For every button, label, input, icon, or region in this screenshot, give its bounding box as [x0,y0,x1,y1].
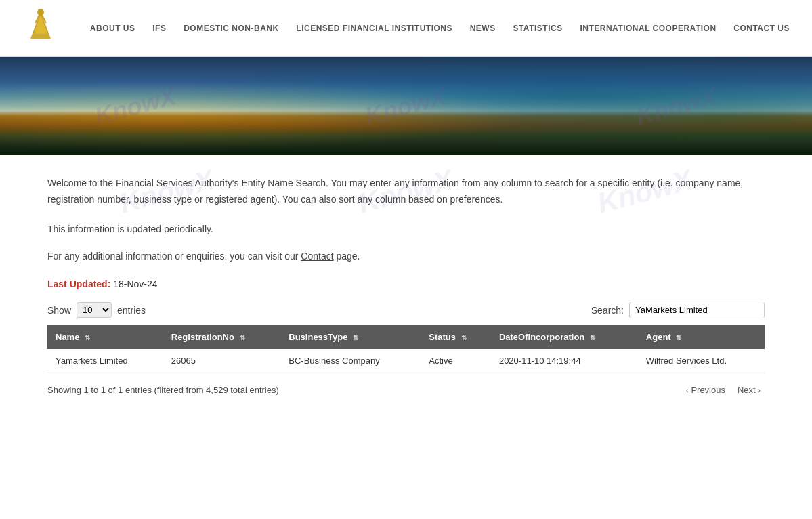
nav-ifs[interactable]: IFS [147,24,171,33]
col-agent[interactable]: Agent ⇅ [638,325,765,349]
sort-date-icon: ⇅ [590,334,595,341]
sort-status-icon: ⇅ [461,334,467,341]
entries-label: entries [117,305,146,316]
contact-paragraph: For any additional information or enquir… [47,251,765,262]
intro-paragraph-2: This information is updated periodically… [47,222,765,238]
sort-reg-icon: ⇅ [240,334,245,341]
table-row: Yamarkets Limited 26065 BC-Business Comp… [47,349,765,373]
last-updated-date: 18-Nov-24 [113,278,157,289]
last-updated-label: Last Updated: [47,278,110,289]
pagination-controls: ‹ Previous Next › [682,383,765,397]
nav-international-cooperation[interactable]: INTERNATIONAL COOPERATION [574,24,721,33]
show-label: Show [47,305,71,316]
navbar: ABOUT US IFS DOMESTIC NON-BANK LICENSED … [0,0,812,57]
contact-link[interactable]: Contact [301,251,333,262]
sort-bt-icon: ⇅ [353,334,358,341]
search-box: Search: [591,302,765,318]
next-button[interactable]: Next › [733,383,765,397]
cell-name: Yamarkets Limited [47,349,163,373]
nav-domestic-non-bank[interactable]: DOMESTIC NON-BANK [178,24,284,33]
contact-prefix: For any additional information or enquir… [47,251,301,262]
site-logo[interactable] [14,5,68,52]
prev-chevron-icon: ‹ [686,386,689,394]
previous-button[interactable]: ‹ Previous [682,383,729,397]
sort-agent-icon: ⇅ [676,334,681,341]
cell-status: Active [421,349,491,373]
table-controls: Show 10 25 50 100 entries Search: [47,302,765,318]
show-entries-control: Show 10 25 50 100 entries [47,302,146,318]
table-footer: Showing 1 to 1 of 1 entries (filtered fr… [47,383,765,397]
table-header: Name ⇅ RegistrationNo ⇅ BusinessType ⇅ S… [47,325,765,349]
nav-contact-us[interactable]: CONTACT US [728,24,795,33]
search-label: Search: [591,305,624,316]
cell-reg: 26065 [163,349,281,373]
cell-agent: Wilfred Services Ltd. [638,349,765,373]
table-body: Yamarkets Limited 26065 BC-Business Comp… [47,349,765,373]
col-status[interactable]: Status ⇅ [421,325,491,349]
hero-banner: KnowX KnowX KnowX [0,57,812,155]
last-updated-section: Last Updated: 18-Nov-24 [47,278,765,289]
cell-date: 2020-11-10 14:19:44 [491,349,638,373]
next-chevron-icon: › [758,386,761,394]
nav-about-us[interactable]: ABOUT US [85,24,141,33]
col-name[interactable]: Name ⇅ [47,325,163,349]
contact-suffix: page. [334,251,360,262]
nav-news[interactable]: NEWS [465,24,501,33]
nav-statistics[interactable]: STATISTICS [507,24,568,33]
main-content: KnowX KnowX KnowX Welcome to the Financi… [0,155,812,411]
intro-paragraph-1: Welcome to the Financial Services Author… [47,175,765,208]
col-registration[interactable]: RegistrationNo ⇅ [163,325,281,349]
col-date[interactable]: DateOfIncorporation ⇅ [491,325,638,349]
sort-name-icon: ⇅ [85,334,90,341]
entity-table: Name ⇅ RegistrationNo ⇅ BusinessType ⇅ S… [47,325,765,373]
nav-licensed-financial[interactable]: LICENSED FINANCIAL INSTITUTIONS [291,24,458,33]
search-input[interactable] [629,302,765,318]
col-business-type[interactable]: BusinessType ⇅ [280,325,421,349]
nav-links: ABOUT US IFS DOMESTIC NON-BANK LICENSED … [81,24,798,33]
entries-select[interactable]: 10 25 50 100 [77,302,112,318]
showing-info: Showing 1 to 1 of 1 entries (filtered fr… [47,385,279,395]
cell-business-type: BC-Business Company [280,349,421,373]
